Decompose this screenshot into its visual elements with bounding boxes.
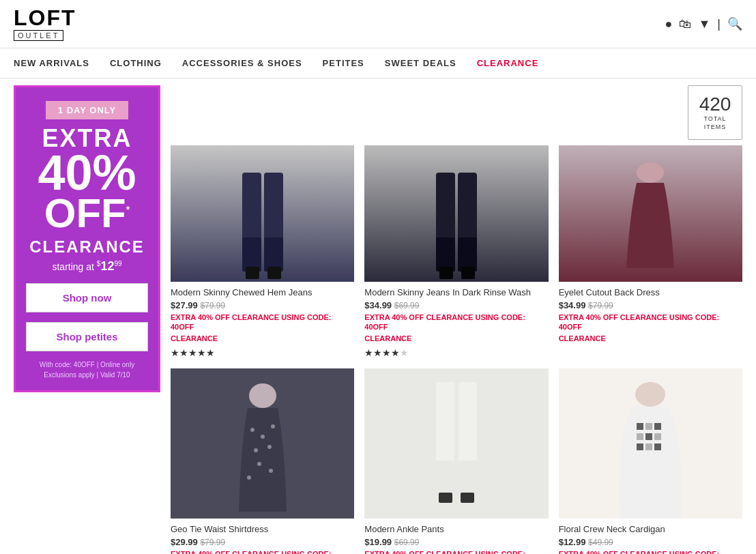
product-card-jeans1[interactable]: Modern Skinny Chewed Hem Jeans $27.99 $7… bbox=[171, 145, 354, 358]
nav-sweet-deals[interactable]: SWEET DEALS bbox=[385, 48, 456, 78]
bag-icon[interactable]: 🛍 bbox=[679, 17, 691, 31]
svg-rect-12 bbox=[439, 267, 453, 279]
product-card-cardigan[interactable]: Floral Crew Neck Cardigan $12.99 $49.99 … bbox=[559, 368, 742, 554]
svg-point-30 bbox=[635, 382, 665, 407]
location-icon[interactable]: ● bbox=[665, 17, 673, 31]
nav-petites[interactable]: PETITES bbox=[323, 48, 364, 78]
promo-clearance: CLEARANCE bbox=[29, 237, 145, 257]
product-image-jeans1 bbox=[171, 145, 354, 282]
svg-rect-33 bbox=[654, 423, 661, 430]
product-tag-dress1: CLEARANCE bbox=[559, 334, 742, 342]
product-promo-ankle-pants: EXTRA 40% OFF CLEARANCE USING CODE: 40OF… bbox=[364, 549, 548, 554]
svg-rect-32 bbox=[645, 423, 652, 430]
product-name-ankle-pants: Modern Ankle Pants bbox=[364, 524, 548, 534]
product-row-1: Modern Skinny Chewed Hem Jeans $27.99 $7… bbox=[171, 145, 742, 358]
product-card-geo-dress[interactable]: Geo Tie Waist Shirtdress $29.99 $79.99 E… bbox=[171, 368, 354, 554]
product-promo-geo-dress: EXTRA 40% OFF CLEARANCE USING CODE: 40OF… bbox=[171, 549, 354, 554]
product-name-dress1: Eyelet Cutout Back Dress bbox=[559, 287, 742, 297]
product-row-2: Geo Tie Waist Shirtdress $29.99 $79.99 E… bbox=[171, 368, 742, 554]
total-count: 420 bbox=[699, 93, 731, 115]
total-label: TOTALITEMS bbox=[703, 115, 726, 131]
svg-rect-13 bbox=[461, 267, 475, 279]
product-name-jeans2: Modern Skinny Jeans In Dark Rinse Wash bbox=[364, 287, 548, 297]
product-image-ankle-pants bbox=[364, 368, 548, 519]
svg-point-23 bbox=[247, 476, 251, 480]
svg-point-14 bbox=[637, 162, 664, 183]
svg-rect-6 bbox=[246, 267, 259, 279]
nav-clearance[interactable]: CLEARANCE bbox=[477, 48, 539, 78]
promo-percent: 40% bbox=[38, 151, 136, 195]
svg-point-18 bbox=[271, 424, 275, 428]
svg-rect-27 bbox=[459, 461, 477, 498]
svg-point-21 bbox=[257, 462, 261, 466]
product-price-cardigan: $12.99 $49.99 bbox=[559, 537, 742, 547]
main-container: 1 DAY ONLY EXTRA 40% OFF* CLEARANCE star… bbox=[0, 78, 756, 554]
product-price-dress1: $34.99 $79.99 bbox=[559, 300, 742, 310]
product-card-jeans2[interactable]: Modern Skinny Jeans In Dark Rinse Wash $… bbox=[364, 145, 548, 358]
svg-rect-10 bbox=[436, 237, 455, 272]
svg-rect-9 bbox=[458, 173, 477, 241]
svg-rect-26 bbox=[436, 461, 454, 498]
header-icons: ● 🛍 ▼ | 🔍 bbox=[665, 16, 742, 31]
promo-off: OFF* bbox=[44, 195, 130, 232]
svg-point-16 bbox=[250, 428, 255, 432]
svg-rect-39 bbox=[654, 443, 661, 450]
svg-rect-2 bbox=[242, 173, 261, 241]
total-items-badge: 420 TOTALITEMS bbox=[688, 85, 742, 140]
product-name-jeans1: Modern Skinny Chewed Hem Jeans bbox=[171, 287, 354, 297]
logo-outlet: OUTLET bbox=[14, 30, 63, 41]
promo-fine-print: With code: 40OFF | Online only Exclusion… bbox=[40, 360, 134, 380]
svg-rect-7 bbox=[267, 267, 281, 279]
svg-point-17 bbox=[261, 435, 265, 439]
nav-clothing[interactable]: CLOTHING bbox=[110, 48, 162, 78]
product-price-jeans1: $27.99 $79.99 bbox=[171, 300, 354, 310]
main-nav: NEW ARRIVALS CLOTHING ACCESSORIES & SHOE… bbox=[0, 48, 756, 78]
logo-area: LOFT OUTLET bbox=[14, 7, 76, 41]
product-card-ankle-pants[interactable]: Modern Ankle Pants $19.99 $69.99 EXTRA 4… bbox=[364, 368, 548, 554]
svg-rect-24 bbox=[436, 382, 454, 464]
product-promo-jeans1: EXTRA 40% OFF CLEARANCE USING CODE: 40OF… bbox=[171, 312, 354, 332]
product-promo-dress1: EXTRA 40% OFF CLEARANCE USING CODE: 40OF… bbox=[559, 312, 742, 332]
shop-now-button[interactable]: Shop now bbox=[26, 283, 148, 312]
product-promo-cardigan: EXTRA 40% OFF CLEARANCE USING CODE: 40OF… bbox=[559, 549, 742, 554]
product-image-dress1 bbox=[559, 145, 742, 282]
product-image-jeans2 bbox=[364, 145, 548, 282]
search-icon[interactable]: 🔍 bbox=[727, 16, 742, 31]
svg-rect-36 bbox=[654, 433, 661, 440]
one-day-badge: 1 DAY ONLY bbox=[46, 101, 128, 119]
svg-rect-3 bbox=[264, 173, 283, 241]
svg-point-20 bbox=[267, 445, 272, 449]
svg-rect-4 bbox=[242, 237, 261, 272]
shop-petites-button[interactable]: Shop petites bbox=[26, 322, 148, 351]
divider: | bbox=[717, 17, 721, 31]
product-card-dress1[interactable]: Eyelet Cutout Back Dress $34.99 $79.99 E… bbox=[559, 145, 742, 358]
svg-rect-37 bbox=[637, 443, 643, 450]
products-grid: 420 TOTALITEMS Mo bbox=[171, 85, 742, 554]
product-stars-jeans1: ★★★★★ bbox=[171, 347, 354, 358]
svg-rect-29 bbox=[461, 493, 474, 503]
product-price-ankle-pants: $19.99 $69.99 bbox=[364, 537, 548, 547]
svg-rect-31 bbox=[637, 423, 643, 430]
product-name-geo-dress: Geo Tie Waist Shirtdress bbox=[171, 524, 354, 534]
svg-point-19 bbox=[254, 448, 258, 452]
product-tag-jeans2: CLEARANCE bbox=[364, 334, 548, 342]
bag-count: ▼ bbox=[698, 17, 710, 31]
product-price-jeans2: $34.99 $69.99 bbox=[364, 300, 548, 310]
nav-accessories[interactable]: ACCESSORIES & SHOES bbox=[182, 48, 302, 78]
svg-rect-11 bbox=[458, 237, 477, 272]
svg-point-15 bbox=[249, 383, 276, 408]
svg-rect-25 bbox=[459, 382, 477, 464]
svg-rect-35 bbox=[645, 433, 652, 440]
svg-rect-28 bbox=[439, 493, 452, 503]
promo-starting: starting at $1299 bbox=[52, 259, 121, 274]
nav-new-arrivals[interactable]: NEW ARRIVALS bbox=[14, 48, 89, 78]
product-image-geo-dress bbox=[171, 368, 354, 519]
product-stars-jeans2: ★★★★★ bbox=[364, 347, 548, 358]
product-price-geo-dress: $29.99 $79.99 bbox=[171, 537, 354, 547]
svg-rect-34 bbox=[637, 433, 643, 440]
logo-text: LOFT bbox=[14, 7, 76, 29]
promo-banner: 1 DAY ONLY EXTRA 40% OFF* CLEARANCE star… bbox=[14, 85, 160, 392]
product-tag-jeans1: CLEARANCE bbox=[171, 334, 354, 342]
svg-point-22 bbox=[269, 469, 273, 473]
svg-rect-8 bbox=[436, 173, 455, 241]
